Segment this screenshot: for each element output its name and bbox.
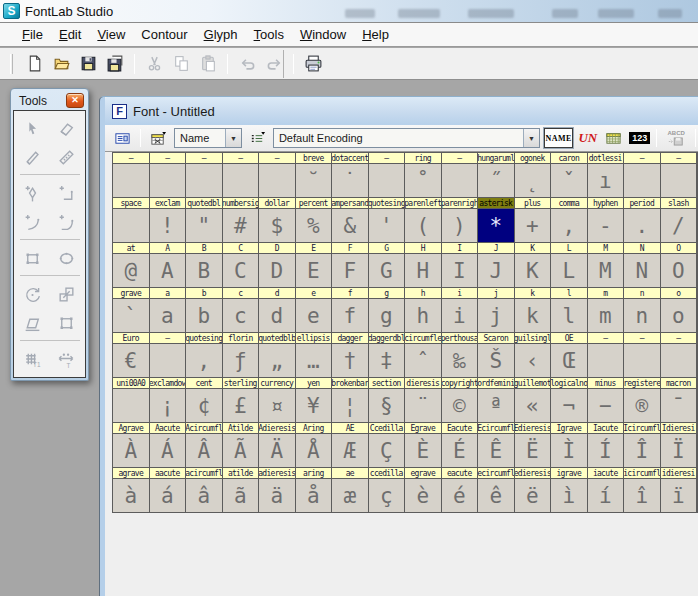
glyph-label-Igrave[interactable]: Igrave — [551, 423, 587, 433]
glyph-label-OE[interactable]: OE — [551, 333, 587, 343]
glyph-label-empty-r4c14[interactable]: — — [624, 333, 660, 343]
glyph-label-perthousa[interactable]: perthousa — [442, 333, 478, 343]
glyph-cell-aring[interactable]: å — [296, 479, 332, 512]
glyph-cell-quotedbl[interactable]: " — [186, 209, 222, 242]
glyph-label-minus[interactable]: minus — [588, 378, 624, 388]
glyph-cell-minus[interactable]: − — [588, 389, 624, 422]
glyph-label-dieresis[interactable]: dieresis — [405, 378, 441, 388]
glyph-label-Atilde[interactable]: Atilde — [223, 423, 259, 433]
glyph-label-empty-r0c4[interactable]: — — [259, 153, 295, 163]
glyph-cell-parenleft[interactable]: ( — [405, 209, 441, 242]
glyph-label-Agrave[interactable]: Agrave — [113, 423, 149, 433]
glyph-cell-Aring[interactable]: Å — [296, 434, 332, 467]
chevron-down-icon[interactable]: ▼ — [523, 129, 539, 147]
glyph-cell-Edieresis[interactable]: Ë — [515, 434, 551, 467]
glyph-cell-f[interactable]: f — [332, 299, 368, 332]
menu-window[interactable]: Window — [292, 24, 354, 45]
glyph-cell-k[interactable]: k — [515, 299, 551, 332]
glyph-label-currency[interactable]: currency — [259, 378, 295, 388]
glyph-cell-dotaccent[interactable]: ˙ — [332, 164, 368, 197]
glyph-cell-Euro[interactable]: € — [113, 344, 149, 377]
show-index-button[interactable]: 123 — [629, 128, 650, 148]
glyph-label-grave[interactable]: grave — [113, 288, 149, 298]
glyph-label-Edieresis[interactable]: Edieresis — [515, 423, 551, 433]
glyph-cell-Iacute[interactable]: Í — [588, 434, 624, 467]
glyph-cell-c[interactable]: c — [223, 299, 259, 332]
glyph-label-j[interactable]: j — [478, 288, 514, 298]
glyph-label-percent[interactable]: percent — [296, 198, 332, 208]
glyph-label-agrave[interactable]: agrave — [113, 468, 149, 478]
meter-tool[interactable]: T — [50, 345, 84, 374]
glyph-cell-L[interactable]: L — [551, 254, 587, 287]
glyph-label-ordfemini[interactable]: ordfemini — [478, 378, 514, 388]
glyph-label-ae[interactable]: ae — [332, 468, 368, 478]
glyph-label-l[interactable]: l — [551, 288, 587, 298]
glyph-cell-Atilde[interactable]: Ã — [223, 434, 259, 467]
glyph-label-D[interactable]: D — [259, 243, 295, 253]
glyph-label-quotedblb[interactable]: quotedblb — [259, 333, 295, 343]
add-corner-tool[interactable] — [50, 179, 84, 208]
glyph-label-numbersig[interactable]: numbersig — [223, 198, 259, 208]
glyph-label-breve[interactable]: breve — [296, 153, 332, 163]
glyph-label-asterisk[interactable]: asterisk — [478, 198, 514, 208]
glyph-cell-iacute[interactable]: í — [588, 479, 624, 512]
glyph-cell-ampersand[interactable]: & — [332, 209, 368, 242]
glyph-cell-empty-r4c13[interactable] — [588, 344, 624, 377]
glyph-cell-Ecircumfl[interactable]: Ê — [478, 434, 514, 467]
glyph-label-Idieresi[interactable]: Idieresi — [661, 423, 697, 433]
glyph-cell-parenrigh[interactable]: ) — [442, 209, 478, 242]
glyph-label-edieresis[interactable]: edieresis — [515, 468, 551, 478]
glyph-cell-grave[interactable]: ` — [113, 299, 149, 332]
snap-tool[interactable]: T1 — [16, 345, 50, 374]
menu-help[interactable]: Help — [354, 24, 397, 45]
glyph-label-caron[interactable]: caron — [551, 153, 587, 163]
glyph-cell-B[interactable]: B — [186, 254, 222, 287]
glyph-cell-Scaron[interactable]: Š — [478, 344, 514, 377]
scale-tool[interactable] — [50, 280, 84, 309]
menu-tools[interactable]: Tools — [246, 24, 292, 45]
glyph-label-logicalno[interactable]: logicalno — [551, 378, 587, 388]
glyph-cell-g[interactable]: g — [369, 299, 405, 332]
glyph-label-empty-r0c7[interactable]: — — [369, 153, 405, 163]
glyph-cell-empty-r0c7[interactable] — [369, 164, 405, 197]
menu-edit[interactable]: Edit — [51, 24, 89, 45]
glyph-label-J[interactable]: J — [478, 243, 514, 253]
glyph-label-a[interactable]: a — [150, 288, 186, 298]
glyph-cell-exclam[interactable]: ! — [150, 209, 186, 242]
show-grid-button[interactable] — [602, 128, 625, 149]
glyph-cell-empty-r0c1[interactable] — [150, 164, 186, 197]
glyph-label-empty-r0c9[interactable]: — — [442, 153, 478, 163]
glyph-cell-E[interactable]: E — [296, 254, 332, 287]
pen-tool[interactable] — [16, 179, 50, 208]
glyph-label-registere[interactable]: registere — [624, 378, 660, 388]
glyph-cell-dagger[interactable]: † — [332, 344, 368, 377]
glyph-cell-m[interactable]: m — [588, 299, 624, 332]
glyph-label-dagger[interactable]: dagger — [332, 333, 368, 343]
glyph-cell-yen[interactable]: ¥ — [296, 389, 332, 422]
glyph-label-Adieresis[interactable]: Adieresis — [259, 423, 295, 433]
glyph-label-H[interactable]: H — [405, 243, 441, 253]
glyph-cell-at[interactable]: @ — [113, 254, 149, 287]
glyph-label-Ecircumfl[interactable]: Ecircumfl — [478, 423, 514, 433]
glyph-cell-N[interactable]: N — [624, 254, 660, 287]
glyph-cell-ecircumfl[interactable]: ê — [478, 479, 514, 512]
glyph-label-empty-r0c0[interactable]: — — [113, 153, 149, 163]
glyph-cell-Egrave[interactable]: È — [405, 434, 441, 467]
glyph-label-Iacute[interactable]: Iacute — [588, 423, 624, 433]
glyph-cell-J[interactable]: J — [478, 254, 514, 287]
glyph-cell-a[interactable]: a — [150, 299, 186, 332]
glyph-cell-b[interactable]: b — [186, 299, 222, 332]
new-button[interactable] — [22, 52, 46, 76]
glyph-label-icircumfl[interactable]: icircumfl — [624, 468, 660, 478]
open-button[interactable] — [49, 52, 73, 76]
glyph-label-ecircumfl[interactable]: ecircumfl — [478, 468, 514, 478]
glyph-cell-brokenbar[interactable]: ¦ — [332, 389, 368, 422]
font-window-titlebar[interactable]: F Font - Untitled — [105, 97, 698, 125]
glyph-cell-slash[interactable]: / — [661, 209, 697, 242]
glyph-cell-guillemot[interactable]: « — [515, 389, 551, 422]
glyph-cell-empty-r0c0[interactable] — [113, 164, 149, 197]
glyph-label-M[interactable]: M — [588, 243, 624, 253]
glyph-cell-Igrave[interactable]: Ì — [551, 434, 587, 467]
glyph-cell-A[interactable]: A — [150, 254, 186, 287]
glyph-cell-caron[interactable]: ˇ — [551, 164, 587, 197]
